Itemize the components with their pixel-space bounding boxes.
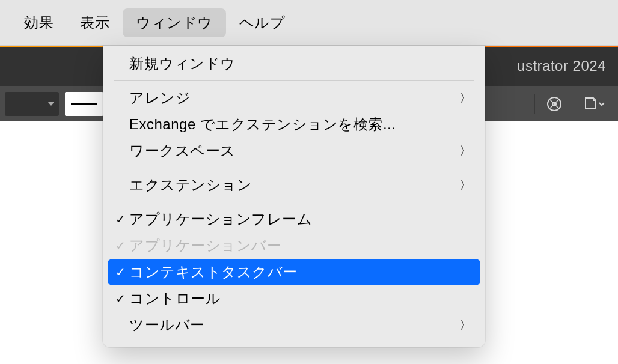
menu-window[interactable]: ウィンドウ [123,8,226,37]
menu-separator [114,80,474,81]
app-title: ustrator 2024 [517,58,618,74]
menuitem-new-window[interactable]: 新規ウィンドウ [103,50,485,77]
toolbar-divider [574,94,574,114]
menuitem-label: ツールバー [129,315,460,335]
menuitem-label: アレンジ [129,88,460,108]
submenu-arrow-icon: 〉 [460,144,471,158]
chevron-down-small-icon [599,101,605,107]
menuitem-control[interactable]: ✓ コントロール [103,285,485,312]
fill-dropdown[interactable] [5,92,59,116]
stroke-line-icon [71,103,97,105]
menuitem-workspace[interactable]: ワークスペース 〉 [103,138,485,164]
submenu-arrow-icon: 〉 [460,318,471,332]
menuitem-label: コンテキストタスクバー [129,262,471,282]
toolbar-divider [534,94,535,114]
document-setup-icon[interactable] [580,91,607,117]
check-icon: ✓ [114,212,128,226]
toolbar-divider [613,94,613,114]
stroke-preview[interactable] [65,92,103,116]
disc-icon[interactable] [541,91,568,117]
submenu-arrow-icon: 〉 [460,178,471,192]
chevron-down-icon [48,102,54,106]
menuitem-label: Exchange でエクステンションを検索... [129,115,471,134]
menu-separator [114,342,474,342]
menu-view[interactable]: 表示 [67,8,123,37]
disc-icon-svg [546,96,563,112]
menu-effect[interactable]: 効果 [11,8,67,37]
menubar: 効果 表示 ウィンドウ ヘルプ [0,0,618,46]
menuitem-label: 新規ウィンドウ [129,54,471,73]
menuitem-label: コントロール [129,289,471,308]
document-setup-icon-svg [582,95,600,113]
menuitem-extension[interactable]: エクステンション 〉 [103,172,485,198]
menuitem-label: ワークスペース [129,141,460,160]
submenu-arrow-icon: 〉 [460,91,471,105]
menuitem-toolbar[interactable]: ツールバー 〉 [103,312,485,338]
menuitem-application-bar: ✓ アプリケーションバー [103,232,485,259]
menuitem-label: アプリケーションフレーム [129,210,471,229]
check-icon: ✓ [114,291,128,306]
window-menu-dropdown: 新規ウィンドウ アレンジ 〉 Exchange でエクステンションを検索... … [103,46,485,347]
menu-separator [114,168,474,168]
menuitem-context-taskbar[interactable]: ✓ コンテキストタスクバー [108,259,480,285]
menuitem-label: エクステンション [129,175,460,195]
check-icon: ✓ [114,238,128,253]
menuitem-arrange[interactable]: アレンジ 〉 [103,85,485,111]
check-icon: ✓ [114,265,128,279]
menuitem-label: アプリケーションバー [129,236,471,255]
menuitem-exchange-search[interactable]: Exchange でエクステンションを検索... [103,111,485,138]
menu-help[interactable]: ヘルプ [226,8,299,37]
menuitem-application-frame[interactable]: ✓ アプリケーションフレーム [103,206,485,232]
menu-separator [114,202,474,202]
